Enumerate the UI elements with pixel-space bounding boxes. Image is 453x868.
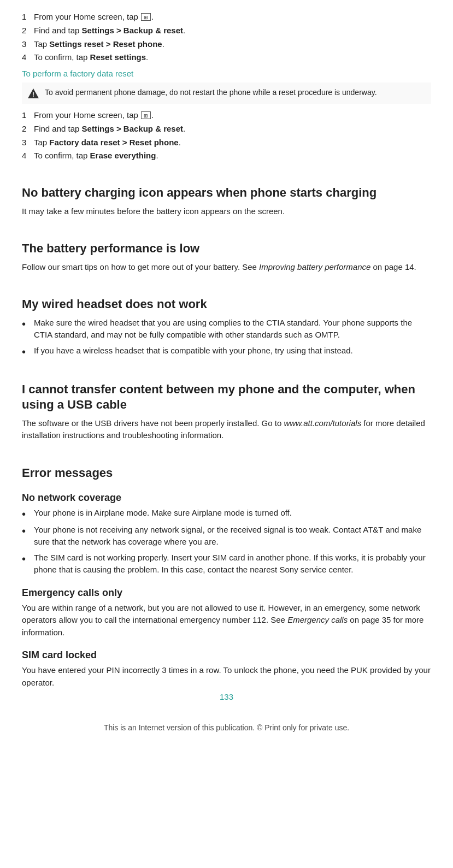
page-number: 133 [22, 692, 431, 701]
bullet-icon: • [22, 552, 34, 565]
footer-text: This is an Internet version of this publ… [22, 723, 431, 732]
section5-heading: Error messages [22, 465, 431, 481]
step-2-4: 4 To confirm, tap Erase everything. [22, 150, 431, 162]
section5-para2: You are within range of a network, but y… [22, 602, 431, 639]
section5-sub1: No network coverage [22, 492, 431, 504]
list-item: • If you have a wireless headset that is… [22, 345, 431, 358]
bullet-icon: • [22, 317, 34, 330]
warning-box: ! To avoid permanent phone damage, do no… [22, 82, 431, 104]
step-2-1: 1 From your Home screen, tap ⊞. [22, 109, 431, 121]
section1-para: It may take a few minutes before the bat… [22, 205, 431, 218]
svg-text:!: ! [32, 91, 34, 99]
list-item: • The SIM card is not working properly. … [22, 552, 431, 576]
section3-heading: My wired headset does not work [22, 297, 431, 312]
step-1-2: 2 Find and tap Settings > Backup & reset… [22, 25, 431, 37]
section1-heading: No battery charging icon appears when ph… [22, 185, 431, 201]
warning-text: To avoid permanent phone damage, do not … [45, 87, 377, 98]
section4-para: The software or the USB drivers have not… [22, 417, 431, 442]
bullet-icon: • [22, 524, 34, 538]
section5-sub2: Emergency calls only [22, 587, 431, 599]
step-2-2: 2 Find and tap Settings > Backup & reset… [22, 123, 431, 135]
steps-list-1: 1 From your Home screen, tap ⊞. 2 Find a… [22, 11, 431, 63]
bullet-icon: • [22, 345, 34, 358]
step-1-1: 1 From your Home screen, tap ⊞. [22, 11, 431, 23]
section4-heading: I cannot transfer content between my pho… [22, 382, 431, 413]
list-item: • Make sure the wired headset that you a… [22, 317, 431, 341]
list-item: • Your phone is in Airplane mode. Make s… [22, 507, 431, 521]
step-1-4: 4 To confirm, tap Reset settings. [22, 51, 431, 63]
section2-heading: The battery performance is low [22, 241, 431, 257]
factory-reset-heading: To perform a factory data reset [22, 69, 431, 78]
step-2-3: 3 Tap Factory data reset > Reset phone. [22, 137, 431, 149]
steps-list-2: 1 From your Home screen, tap ⊞. 2 Find a… [22, 109, 431, 162]
section3-bullets: • Make sure the wired headset that you a… [22, 317, 431, 358]
warning-icon: ! [27, 87, 39, 99]
bullet-icon: • [22, 507, 34, 521]
list-item: • Your phone is not receiving any networ… [22, 524, 431, 548]
section2-para: Follow our smart tips on how to get more… [22, 261, 431, 274]
section5-bullets1: • Your phone is in Airplane mode. Make s… [22, 507, 431, 576]
step-1-3: 3 Tap Settings reset > Reset phone. [22, 38, 431, 50]
section5-sub3: SIM card locked [22, 649, 431, 661]
section5-para3: You have entered your PIN incorrectly 3 … [22, 664, 431, 689]
